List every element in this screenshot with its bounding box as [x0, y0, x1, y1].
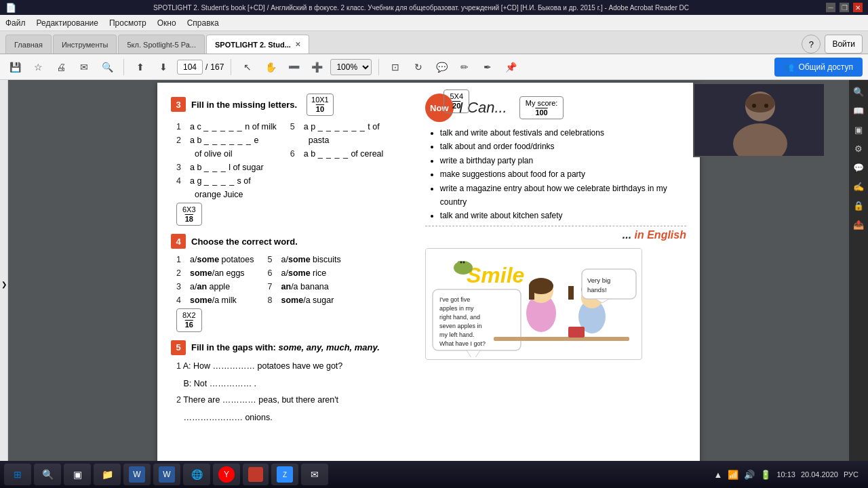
file-explorer-button[interactable]: 📁: [94, 464, 121, 485]
tray-arrow[interactable]: ▲: [714, 470, 723, 480]
right-sidebar: 🔍 📖 ▣ ⚙ 💬 ✍ 🔒 📤 ❮: [849, 80, 868, 488]
rotate-button[interactable]: ↻: [409, 58, 428, 77]
ex4-points-box: 8X2 16: [176, 308, 202, 332]
top-points-score: 20: [452, 101, 460, 110]
top-points-area: 5X4 20: [443, 88, 469, 113]
ex4-item-8: 8some/a sugar: [268, 293, 341, 307]
next-page-button[interactable]: ⬇: [154, 58, 173, 77]
ex4-points-row: 8X2 16: [176, 307, 412, 332]
menu-edit[interactable]: Редактирование: [37, 18, 98, 28]
task-view-button[interactable]: ▣: [64, 464, 91, 485]
pdf-columns: 3 Fill in the missing letters. 10X1 10 1…: [171, 94, 686, 432]
tab-spotlight2[interactable]: SPOTLIGHT 2. Stud... ✕: [206, 35, 309, 54]
tab-close-icon[interactable]: ✕: [295, 41, 300, 48]
fillsign-sidebar-button[interactable]: ✍: [851, 179, 866, 194]
system-tray: ▲ 📶 🔊 🔋 10:13 20.04.2020 РУС: [709, 470, 865, 480]
menu-view[interactable]: Просмотр: [109, 18, 146, 28]
in-english-dots: ...: [623, 229, 635, 241]
restore-button[interactable]: ❐: [840, 3, 849, 12]
yandex-button[interactable]: Y: [213, 464, 240, 485]
export-sidebar-button[interactable]: 📤: [851, 217, 866, 232]
fit-page-button[interactable]: ⊡: [386, 58, 405, 77]
ex5-title-text: Fill in the gaps with:: [191, 342, 276, 352]
svg-point-33: [764, 104, 768, 108]
ex4-pts-score: 16: [185, 320, 193, 329]
zoom-select[interactable]: 100% 75% 125% 150%: [330, 59, 372, 75]
word-button-2[interactable]: W: [153, 464, 180, 485]
zoom-button[interactable]: Z: [271, 464, 298, 485]
exercise-5-number: 5: [171, 340, 186, 355]
tab-tools[interactable]: Инструменты: [53, 35, 117, 54]
ex3-pts-score: 18: [185, 214, 193, 224]
share-button[interactable]: 👥 Общий доступ: [774, 58, 863, 77]
top-points-formula: 5X4: [450, 92, 463, 101]
in-english-label: in English: [635, 229, 686, 241]
bookmark-button[interactable]: ☆: [28, 58, 47, 77]
ex4-item-5: 5a/some biscuits: [268, 253, 341, 266]
draw-button[interactable]: ✒: [478, 58, 497, 77]
ex4-item4-text: some/a milk: [190, 293, 237, 307]
tab-spotlight5[interactable]: 5кл. Spotlight-5 Ра...: [118, 35, 205, 54]
toolbar: 💾 ☆ 🖨 ✉ 🔍 ⬆ ⬇ / 167 ↖ ✋ ➖ ➕ 100% 75% 125…: [0, 54, 868, 80]
print-button[interactable]: 🖨: [52, 58, 71, 77]
select-tool-button[interactable]: ↖: [238, 58, 257, 77]
prev-page-button[interactable]: ⬆: [131, 58, 150, 77]
find-button[interactable]: 🔍: [98, 58, 117, 77]
tray-network[interactable]: 📶: [728, 470, 738, 480]
search-sidebar-button[interactable]: 🔍: [851, 84, 866, 99]
browser-button[interactable]: 🌐: [183, 464, 210, 485]
save-button[interactable]: 💾: [5, 58, 24, 77]
exercise-3-number: 3: [171, 97, 186, 112]
email-button[interactable]: ✉: [75, 58, 94, 77]
login-button[interactable]: Войти: [825, 35, 863, 54]
menu-help[interactable]: Справка: [187, 18, 219, 28]
ex4-item-1: 1a/some potatoes: [176, 253, 254, 266]
exercise-4-items: 1a/some potatoes 2some/an eggs 3a/an app…: [176, 253, 412, 307]
comment-button[interactable]: 💬: [432, 58, 451, 77]
bookmark-sidebar-button[interactable]: 📖: [851, 103, 866, 118]
zoom-in-button[interactable]: ➕: [307, 58, 326, 77]
svg-text:my left hand.: my left hand.: [439, 331, 475, 338]
menu-file[interactable]: Файл: [5, 18, 26, 28]
word-icon: W: [129, 466, 145, 483]
exercise-5: 5 Fill in the gaps with: some, any, much…: [171, 340, 412, 424]
svg-point-4: [460, 261, 462, 263]
hand-tool-button[interactable]: ✋: [261, 58, 280, 77]
svg-text:hands!: hands!: [587, 286, 607, 293]
title-bar: 📄 SPOTLIGHT 2. Student's book [+CD] / Ан…: [0, 0, 868, 15]
mail-button[interactable]: ✉: [301, 464, 328, 485]
left-sidebar-toggle[interactable]: ❯: [0, 80, 8, 488]
protect-sidebar-button[interactable]: 🔒: [851, 198, 866, 213]
menu-window[interactable]: Окно: [157, 18, 176, 28]
search-taskbar-button[interactable]: 🔍: [34, 464, 61, 485]
svg-text:I've got five: I've got five: [439, 296, 470, 303]
pages-sidebar-button[interactable]: ▣: [851, 122, 866, 137]
page-number-input[interactable]: [177, 60, 203, 75]
zoom-out-button[interactable]: ➖: [284, 58, 303, 77]
start-button[interactable]: ⊞: [4, 464, 31, 485]
more-button[interactable]: 📌: [501, 58, 520, 77]
tray-battery[interactable]: 🔋: [760, 470, 771, 480]
search-taskbar-icon: 🔍: [39, 466, 56, 483]
comment-sidebar-button[interactable]: 💬: [851, 160, 866, 175]
close-button[interactable]: ✕: [853, 3, 863, 12]
help-button[interactable]: ?: [802, 35, 821, 54]
highlight-button[interactable]: ✏: [455, 58, 474, 77]
tab-spotlight5-label: 5кл. Spotlight-5 Ра...: [127, 41, 196, 49]
windows-icon: ⊞: [9, 466, 26, 483]
page-navigation: / 167: [177, 60, 224, 75]
now-item-3: write a birthday party plan: [440, 154, 686, 167]
word-button[interactable]: W: [123, 464, 151, 485]
exercise-4-header: 4 Choose the correct word.: [171, 234, 412, 249]
tray-volume[interactable]: 🔊: [744, 470, 755, 480]
tab-home[interactable]: Главная: [5, 35, 52, 54]
separator3: [378, 59, 379, 75]
ex3-item-5: 5a p _ _ _ _ _ _ t of pasta: [290, 120, 384, 147]
tray-lang: РУС: [844, 470, 859, 479]
minimize-button[interactable]: ─: [826, 3, 835, 12]
svg-rect-9: [529, 286, 534, 300]
tools-sidebar-button[interactable]: ⚙: [851, 141, 866, 156]
pdf-area[interactable]: 5X4 20 3 Fill in the missing letters. 10…: [8, 80, 849, 488]
app-red-button[interactable]: [243, 464, 269, 485]
in-english-text: ... in English: [425, 226, 686, 241]
